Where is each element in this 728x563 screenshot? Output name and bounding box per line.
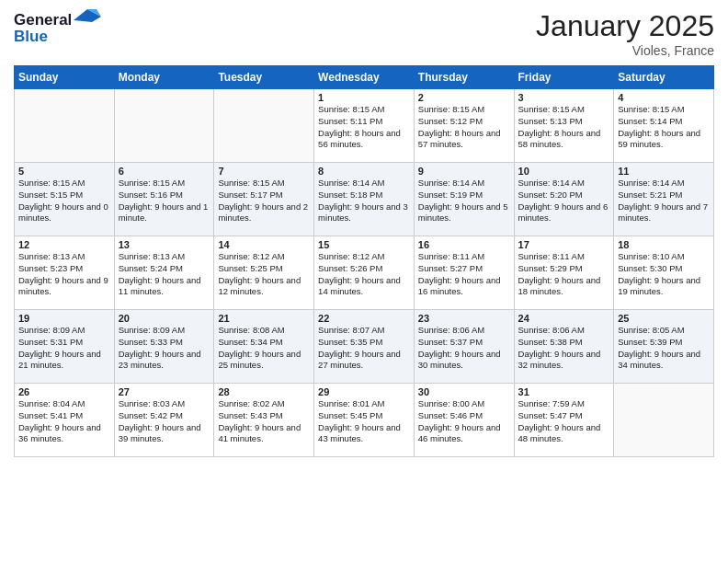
calendar-cell: 8Sunrise: 8:14 AMSunset: 5:18 PMDaylight… xyxy=(314,163,415,236)
day-number: 15 xyxy=(318,239,410,250)
title-block: January 2025 Violes, France xyxy=(536,9,714,58)
day-info: Sunrise: 8:15 AMSunset: 5:17 PMDaylight:… xyxy=(218,178,310,224)
calendar-cell: 15Sunrise: 8:12 AMSunset: 5:26 PMDayligh… xyxy=(314,236,415,310)
day-info: Sunrise: 8:13 AMSunset: 5:24 PMDaylight:… xyxy=(119,251,210,298)
day-number: 19 xyxy=(18,313,110,324)
day-number: 6 xyxy=(119,166,210,177)
day-info: Sunrise: 8:06 AMSunset: 5:38 PMDaylight:… xyxy=(518,325,610,372)
calendar-cell: 25Sunrise: 8:05 AMSunset: 5:39 PMDayligh… xyxy=(614,310,714,384)
header-sunday: Sunday xyxy=(15,66,115,89)
logo: General Blue xyxy=(14,9,101,46)
day-number: 2 xyxy=(418,92,510,103)
calendar-week-row: 1Sunrise: 8:15 AMSunset: 5:11 PMDaylight… xyxy=(15,89,714,163)
day-info: Sunrise: 8:12 AMSunset: 5:26 PMDaylight:… xyxy=(318,251,410,298)
day-info: Sunrise: 8:15 AMSunset: 5:15 PMDaylight:… xyxy=(18,178,110,224)
calendar-cell: 7Sunrise: 8:15 AMSunset: 5:17 PMDaylight… xyxy=(214,163,314,236)
calendar-cell: 3Sunrise: 8:15 AMSunset: 5:13 PMDaylight… xyxy=(514,89,614,163)
header: General Blue January 2025 Violes, France xyxy=(14,9,714,58)
calendar-cell: 29Sunrise: 8:01 AMSunset: 5:45 PMDayligh… xyxy=(314,384,415,457)
header-thursday: Thursday xyxy=(414,66,514,89)
calendar-cell: 1Sunrise: 8:15 AMSunset: 5:11 PMDaylight… xyxy=(314,89,415,163)
calendar-cell: 16Sunrise: 8:11 AMSunset: 5:27 PMDayligh… xyxy=(414,236,514,310)
calendar-cell: 14Sunrise: 8:12 AMSunset: 5:25 PMDayligh… xyxy=(214,236,314,310)
day-info: Sunrise: 8:15 AMSunset: 5:16 PMDaylight:… xyxy=(119,178,210,224)
calendar-cell: 13Sunrise: 8:13 AMSunset: 5:24 PMDayligh… xyxy=(114,236,214,310)
calendar-cell: 11Sunrise: 8:14 AMSunset: 5:21 PMDayligh… xyxy=(614,163,714,236)
header-wednesday: Wednesday xyxy=(314,66,415,89)
header-friday: Friday xyxy=(514,66,614,89)
day-number: 23 xyxy=(418,313,510,324)
day-number: 30 xyxy=(418,386,510,397)
day-number: 13 xyxy=(119,239,210,250)
calendar-cell xyxy=(614,384,714,457)
day-number: 18 xyxy=(618,239,710,250)
calendar-week-row: 12Sunrise: 8:13 AMSunset: 5:23 PMDayligh… xyxy=(15,236,714,310)
calendar-cell: 18Sunrise: 8:10 AMSunset: 5:30 PMDayligh… xyxy=(614,236,714,310)
day-info: Sunrise: 8:14 AMSunset: 5:21 PMDaylight:… xyxy=(618,178,710,224)
day-info: Sunrise: 8:03 AMSunset: 5:42 PMDaylight:… xyxy=(119,398,210,445)
day-info: Sunrise: 8:12 AMSunset: 5:25 PMDaylight:… xyxy=(218,251,310,298)
day-number: 9 xyxy=(418,166,510,177)
day-info: Sunrise: 8:09 AMSunset: 5:33 PMDaylight:… xyxy=(119,325,210,372)
calendar-week-row: 5Sunrise: 8:15 AMSunset: 5:15 PMDaylight… xyxy=(15,163,714,236)
day-info: Sunrise: 8:15 AMSunset: 5:14 PMDaylight:… xyxy=(618,104,710,151)
day-number: 11 xyxy=(618,166,710,177)
day-info: Sunrise: 8:15 AMSunset: 5:13 PMDaylight:… xyxy=(518,104,610,151)
day-number: 21 xyxy=(218,313,310,324)
header-monday: Monday xyxy=(114,66,214,89)
weekday-header-row: Sunday Monday Tuesday Wednesday Thursday… xyxy=(15,66,714,89)
calendar-cell: 17Sunrise: 8:11 AMSunset: 5:29 PMDayligh… xyxy=(514,236,614,310)
day-number: 7 xyxy=(218,166,310,177)
calendar-cell: 2Sunrise: 8:15 AMSunset: 5:12 PMDaylight… xyxy=(414,89,514,163)
logo-general-text: General xyxy=(14,11,72,29)
day-info: Sunrise: 8:02 AMSunset: 5:43 PMDaylight:… xyxy=(218,398,310,445)
day-info: Sunrise: 8:04 AMSunset: 5:41 PMDaylight:… xyxy=(18,398,110,445)
calendar-cell: 24Sunrise: 8:06 AMSunset: 5:38 PMDayligh… xyxy=(514,310,614,384)
day-number: 4 xyxy=(618,92,710,103)
day-number: 26 xyxy=(18,386,110,397)
logo-block: General Blue xyxy=(14,9,101,46)
day-number: 22 xyxy=(318,313,410,324)
logo-bird-icon xyxy=(74,9,101,31)
day-number: 1 xyxy=(318,92,410,103)
calendar-cell: 21Sunrise: 8:08 AMSunset: 5:34 PMDayligh… xyxy=(214,310,314,384)
day-number: 24 xyxy=(518,313,610,324)
day-number: 3 xyxy=(518,92,610,103)
day-info: Sunrise: 8:00 AMSunset: 5:46 PMDaylight:… xyxy=(418,398,510,445)
day-number: 20 xyxy=(119,313,210,324)
calendar-week-row: 26Sunrise: 8:04 AMSunset: 5:41 PMDayligh… xyxy=(15,384,714,457)
calendar-cell xyxy=(214,89,314,163)
month-title: January 2025 xyxy=(536,9,714,43)
day-number: 27 xyxy=(119,386,210,397)
calendar-cell: 26Sunrise: 8:04 AMSunset: 5:41 PMDayligh… xyxy=(15,384,115,457)
logo-blue-text: Blue xyxy=(14,28,48,46)
day-number: 16 xyxy=(418,239,510,250)
calendar-cell: 12Sunrise: 8:13 AMSunset: 5:23 PMDayligh… xyxy=(15,236,115,310)
calendar-cell: 23Sunrise: 8:06 AMSunset: 5:37 PMDayligh… xyxy=(414,310,514,384)
day-number: 12 xyxy=(18,239,110,250)
calendar-cell: 20Sunrise: 8:09 AMSunset: 5:33 PMDayligh… xyxy=(114,310,214,384)
calendar-cell: 28Sunrise: 8:02 AMSunset: 5:43 PMDayligh… xyxy=(214,384,314,457)
day-info: Sunrise: 8:13 AMSunset: 5:23 PMDaylight:… xyxy=(18,251,110,298)
header-tuesday: Tuesday xyxy=(214,66,314,89)
calendar-cell: 4Sunrise: 8:15 AMSunset: 5:14 PMDaylight… xyxy=(614,89,714,163)
location-text: Violes, France xyxy=(536,43,714,58)
day-number: 8 xyxy=(318,166,410,177)
day-info: Sunrise: 8:08 AMSunset: 5:34 PMDaylight:… xyxy=(218,325,310,372)
day-number: 10 xyxy=(518,166,610,177)
calendar-cell: 19Sunrise: 8:09 AMSunset: 5:31 PMDayligh… xyxy=(15,310,115,384)
day-number: 14 xyxy=(218,239,310,250)
day-info: Sunrise: 8:09 AMSunset: 5:31 PMDaylight:… xyxy=(18,325,110,372)
day-info: Sunrise: 8:07 AMSunset: 5:35 PMDaylight:… xyxy=(318,325,410,372)
day-number: 29 xyxy=(318,386,410,397)
header-saturday: Saturday xyxy=(614,66,714,89)
day-number: 5 xyxy=(18,166,110,177)
day-info: Sunrise: 8:15 AMSunset: 5:11 PMDaylight:… xyxy=(318,104,410,151)
day-info: Sunrise: 8:14 AMSunset: 5:20 PMDaylight:… xyxy=(518,178,610,224)
calendar-cell: 22Sunrise: 8:07 AMSunset: 5:35 PMDayligh… xyxy=(314,310,415,384)
calendar-cell: 5Sunrise: 8:15 AMSunset: 5:15 PMDaylight… xyxy=(15,163,115,236)
day-number: 17 xyxy=(518,239,610,250)
day-info: Sunrise: 8:11 AMSunset: 5:27 PMDaylight:… xyxy=(418,251,510,298)
calendar-cell: 31Sunrise: 7:59 AMSunset: 5:47 PMDayligh… xyxy=(514,384,614,457)
calendar-cell: 9Sunrise: 8:14 AMSunset: 5:19 PMDaylight… xyxy=(414,163,514,236)
